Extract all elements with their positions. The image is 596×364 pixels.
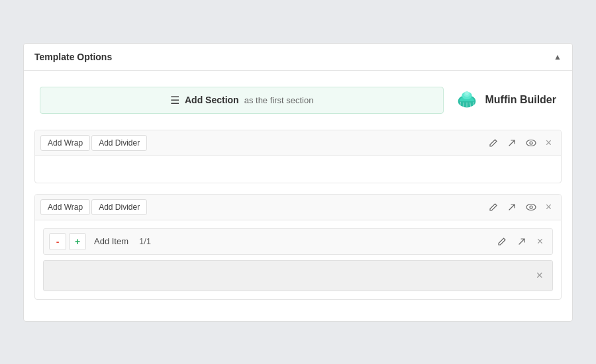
edit-icon xyxy=(489,138,498,148)
section-2-close-button[interactable]: × xyxy=(542,199,556,216)
section-1-edit-button[interactable] xyxy=(485,136,502,150)
add-section-row: ☰ Add Section as the first section xyxy=(34,81,562,119)
section-1-block: Add Wrap Add Divider xyxy=(34,130,562,183)
section-1-eye-button[interactable] xyxy=(522,136,540,150)
section-1-content xyxy=(35,156,561,183)
svg-point-12 xyxy=(530,206,532,208)
svg-point-11 xyxy=(526,204,536,210)
add-section-sublabel: as the first section xyxy=(244,95,314,105)
panel-body: ☰ Add Section as the first section xyxy=(24,71,572,310)
section-2-add-wrap-button[interactable]: Add Wrap xyxy=(40,199,90,215)
item-row: - + Add Item 1/1 × xyxy=(43,228,553,255)
section-1-add-wrap-button[interactable]: Add Wrap xyxy=(40,135,90,151)
section-2-share-button[interactable] xyxy=(503,200,521,214)
section-1-add-divider-button[interactable]: Add Divider xyxy=(91,135,147,151)
bottom-bar-close-button[interactable]: × xyxy=(532,266,547,285)
item-edit-button[interactable] xyxy=(493,234,511,249)
svg-point-9 xyxy=(526,140,536,146)
template-options-panel: Template Options ▲ ☰ Add Section as the … xyxy=(23,43,573,322)
svg-point-3 xyxy=(466,91,470,95)
add-section-label: Add Section xyxy=(185,95,239,105)
section-1-toolbar: Add Wrap Add Divider xyxy=(35,130,561,156)
item-fraction: 1/1 xyxy=(139,236,151,246)
bottom-bar: × xyxy=(43,260,553,291)
item-share-button[interactable] xyxy=(513,234,530,249)
edit-icon xyxy=(489,203,498,212)
section-2-add-divider-button[interactable]: Add Divider xyxy=(91,199,147,215)
section-1-share-button[interactable] xyxy=(503,136,521,150)
section-2-content: - + Add Item 1/1 × xyxy=(35,220,561,299)
add-item-label: Add Item xyxy=(89,236,134,246)
panel-header: Template Options ▲ xyxy=(24,44,572,71)
panel-title: Template Options xyxy=(34,52,112,62)
collapse-button[interactable]: ▲ xyxy=(554,52,562,62)
item-minus-button[interactable]: - xyxy=(49,233,66,250)
muffin-branding: Muffin Builder xyxy=(454,87,556,113)
share-icon xyxy=(507,138,517,148)
eye-icon xyxy=(526,203,536,212)
share-icon xyxy=(507,203,517,212)
share-icon xyxy=(517,237,526,246)
item-close-button[interactable]: × xyxy=(533,233,547,250)
section-2-block: Add Wrap Add Divider xyxy=(34,194,562,300)
add-section-icon: ☰ xyxy=(170,94,179,107)
section-2-eye-button[interactable] xyxy=(522,200,540,214)
section-1-close-button[interactable]: × xyxy=(542,134,556,152)
muffin-icon xyxy=(454,87,479,113)
muffin-label: Muffin Builder xyxy=(485,94,556,106)
item-plus-button[interactable]: + xyxy=(69,233,86,250)
add-section-button[interactable]: ☰ Add Section as the first section xyxy=(40,87,444,114)
eye-icon xyxy=(526,138,536,148)
section-2-edit-button[interactable] xyxy=(485,200,502,214)
section-2-toolbar: Add Wrap Add Divider xyxy=(35,195,561,220)
svg-point-10 xyxy=(530,142,532,144)
edit-icon xyxy=(497,237,507,246)
